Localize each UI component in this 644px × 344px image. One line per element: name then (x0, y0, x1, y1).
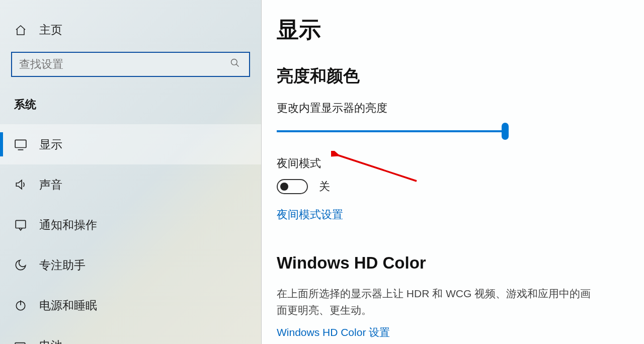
search-wrap (11, 52, 250, 77)
svg-line-1 (236, 64, 239, 67)
svg-rect-2 (15, 140, 26, 147)
svg-point-0 (231, 59, 237, 65)
sidebar: 主页 系统 显示 声音 (0, 0, 262, 344)
slider-track (277, 130, 506, 132)
moon-icon (14, 259, 27, 272)
home-nav[interactable]: 主页 (0, 15, 261, 47)
page-title: 显示 (277, 15, 626, 45)
main-content: 显示 亮度和颜色 更改内置显示器的亮度 夜间模式 关 夜间模式设置 Window… (262, 0, 644, 344)
sidebar-item-focus-assist[interactable]: 专注助手 (0, 245, 261, 285)
night-light-settings-link[interactable]: 夜间模式设置 (277, 207, 343, 222)
sidebar-item-label: 电池 (39, 338, 62, 345)
night-light-status: 关 (319, 179, 330, 194)
search-icon (230, 58, 240, 71)
night-light-label: 夜间模式 (277, 156, 626, 171)
notifications-icon (14, 218, 27, 231)
sidebar-item-label: 专注助手 (39, 257, 86, 273)
night-light-toggle[interactable] (277, 179, 308, 194)
search-input[interactable] (19, 58, 242, 71)
monitor-icon (14, 138, 27, 151)
brightness-section-title: 亮度和颜色 (277, 65, 626, 88)
sidebar-item-battery[interactable]: 电池 (0, 325, 261, 344)
sidebar-item-label: 声音 (39, 177, 62, 193)
sidebar-item-sound[interactable]: 声音 (0, 164, 261, 205)
hd-color-settings-link[interactable]: Windows HD Color 设置 (277, 325, 390, 339)
sidebar-item-label: 显示 (39, 137, 62, 152)
hd-color-title: Windows HD Color (277, 253, 626, 273)
sidebar-item-power[interactable]: 电源和睡眠 (0, 285, 261, 325)
sidebar-item-label: 通知和操作 (39, 217, 97, 233)
battery-icon (14, 339, 27, 344)
night-light-toggle-row: 关 (277, 179, 626, 194)
brightness-label: 更改内置显示器的亮度 (277, 101, 626, 116)
toggle-knob (280, 183, 288, 191)
sidebar-item-label: 电源和睡眠 (39, 298, 97, 313)
sidebar-item-display[interactable]: 显示 (0, 124, 261, 164)
category-label: 系统 (0, 88, 261, 124)
home-label: 主页 (39, 22, 62, 38)
brightness-slider[interactable] (277, 124, 506, 139)
slider-thumb[interactable] (502, 123, 509, 140)
home-icon (14, 24, 27, 37)
svg-rect-4 (16, 220, 26, 228)
hd-color-description: 在上面所选择的显示器上让 HDR 和 WCG 视频、游戏和应用中的画面更明亮、更… (277, 286, 599, 318)
power-icon (14, 299, 27, 312)
speaker-icon (14, 178, 27, 191)
search-box[interactable] (11, 52, 250, 77)
sidebar-item-notifications[interactable]: 通知和操作 (0, 205, 261, 245)
